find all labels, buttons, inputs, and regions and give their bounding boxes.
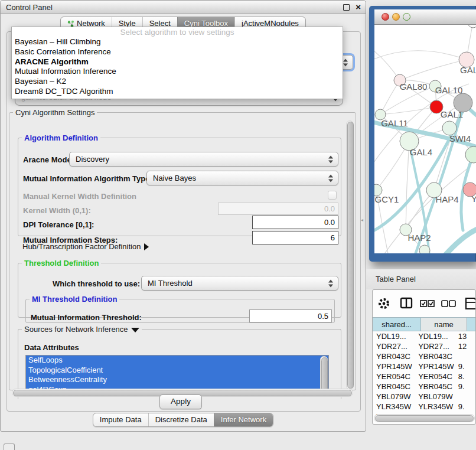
table-row[interactable]: YBR043CYBR043C xyxy=(373,351,475,361)
table-cell[interactable]: YBR043C xyxy=(415,351,455,361)
dropdown-item-dream8-dc-tdc-algorithm[interactable]: Dream8 DC_TDC Algorithm xyxy=(12,87,343,97)
network-node-label-gal4: GAL4 xyxy=(410,147,432,157)
corner-widget[interactable] xyxy=(4,444,15,450)
column-header-2[interactable] xyxy=(467,317,476,331)
dropdown-item-bayesian-k2[interactable]: Bayesian – K2 xyxy=(12,77,343,87)
table-cell[interactable]: YER054C xyxy=(373,371,415,381)
column-header-name[interactable]: name xyxy=(421,317,467,331)
table-cell[interactable]: YLR345W xyxy=(415,402,455,412)
dpi-tolerance-input[interactable] xyxy=(252,216,338,229)
data-attributes-label: Data Attributes xyxy=(24,343,79,352)
control-panel-titlebar[interactable]: Control Panel × xyxy=(1,1,366,14)
table-cell[interactable]: 9. xyxy=(455,361,475,371)
table-cell[interactable]: YPR145W xyxy=(415,361,455,371)
attribute-item-betweennesscentrality[interactable]: BetweennessCentrality xyxy=(26,375,328,385)
table-cell[interactable]: YPR145W xyxy=(373,361,415,371)
table-cell[interactable] xyxy=(455,392,475,402)
control-panel-window: Control Panel × NetworkStyleSelectCyni T… xyxy=(0,0,366,432)
aracne-mode-combo[interactable]: Discovery xyxy=(69,152,338,167)
columns-icon[interactable] xyxy=(400,297,413,309)
table-cell[interactable]: YBR043C xyxy=(373,351,415,361)
float-window-icon[interactable] xyxy=(343,4,350,11)
zoom-traffic-light[interactable] xyxy=(403,13,410,21)
table-cell[interactable]: 9. xyxy=(455,381,475,392)
table-cell[interactable]: YDL19... xyxy=(415,331,455,341)
table-horizontal-scrollbar[interactable] xyxy=(374,414,475,422)
combo-arrows-icon xyxy=(328,279,333,287)
table-cell[interactable]: YBL079W xyxy=(373,392,415,402)
table-cell[interactable]: YBL079W xyxy=(415,392,455,402)
network-node-label-gal10: GAL10 xyxy=(435,85,463,95)
scrollbar-thumb[interactable] xyxy=(347,122,354,389)
table-row[interactable]: YBR045CYBR045C9. xyxy=(373,381,475,392)
table-cell[interactable]: 12 xyxy=(455,341,475,351)
table-row[interactable]: YLR345WYLR345W9. xyxy=(373,402,475,412)
dropdown-item-aracne-algorithm[interactable]: ARACNE Algorithm xyxy=(12,57,343,67)
mi-threshold-input[interactable] xyxy=(249,309,332,322)
mi-type-combo[interactable]: Naive Bayes xyxy=(146,171,338,185)
table-cell[interactable]: YBR045C xyxy=(373,381,415,392)
network-node-label-gal11: GAL11 xyxy=(381,118,408,128)
table-cell[interactable] xyxy=(455,351,475,361)
table-cell[interactable]: 9. xyxy=(455,402,475,412)
table-row[interactable]: YDL19...YDL19...13 xyxy=(373,331,475,341)
algorithm-definition-legend: Algorithm Definition xyxy=(22,133,100,142)
hub-definition-toggle[interactable]: Hub/Transcription Factor Definition xyxy=(22,242,149,251)
panel-splitter-handle[interactable]: ◂ xyxy=(361,217,366,223)
network-window-titlebar[interactable] xyxy=(374,9,476,25)
settings-vertical-scrollbar[interactable] xyxy=(346,120,354,390)
tab-label: Discretize Data xyxy=(155,413,207,426)
network-node-label-hap4: HAP4 xyxy=(435,194,458,204)
network-node-bottom-green[interactable] xyxy=(419,245,430,253)
dropdown-item-bayesian-hill-climbing[interactable]: Bayesian – Hill Climbing xyxy=(12,37,343,47)
table-row[interactable]: YDR27...YDR27...12 xyxy=(373,341,475,351)
sources-legend[interactable]: Sources for Network Inference xyxy=(22,325,142,334)
table-row[interactable]: YBL079WYBL079W xyxy=(373,392,475,402)
close-traffic-light[interactable] xyxy=(382,13,389,21)
select-all-checkboxes-icon[interactable] xyxy=(420,299,435,308)
deselect-all-checkboxes-icon[interactable] xyxy=(441,299,457,308)
window-title: Control Panel xyxy=(6,3,53,12)
sources-legend-text: Sources for Network Inference xyxy=(24,325,128,334)
kernel-width-input[interactable] xyxy=(218,203,338,215)
which-threshold-combo[interactable]: MI Threshold xyxy=(141,276,338,291)
mi-threshold-label: Mutual Information Threshold: xyxy=(31,313,142,322)
tab-impute-data[interactable]: Impute Data xyxy=(93,413,148,426)
table-cell[interactable]: YLR345W xyxy=(373,402,415,412)
table-cell[interactable]: YDR27... xyxy=(415,341,455,351)
table-cell[interactable]: YDL19... xyxy=(373,331,415,341)
tab-discretize-data[interactable]: Discretize Data xyxy=(148,413,214,426)
network-node-top-partial[interactable] xyxy=(468,25,476,28)
column-header-shared[interactable]: shared... xyxy=(373,317,421,331)
dropdown-item-mutual-information-inference[interactable]: Mutual Information Inference xyxy=(12,67,343,77)
dropdown-item-basic-correlation-inference[interactable]: Basic Correlation Inference xyxy=(12,47,343,57)
table-row[interactable]: YPR145WYPR145W9. xyxy=(373,361,475,371)
table-cell[interactable]: YER054C xyxy=(415,371,455,381)
attribute-item-topologicalcoefficient[interactable]: TopologicalCoefficient xyxy=(26,366,328,376)
network-node-label-gal80: GAL80 xyxy=(400,81,428,92)
tab-infer-network[interactable]: Infer Network xyxy=(214,413,273,426)
apply-button[interactable]: Apply xyxy=(159,394,202,409)
table-cell[interactable]: YDR27... xyxy=(373,341,415,351)
network-node-gray-node[interactable] xyxy=(454,93,472,112)
table-cell[interactable]: 8. xyxy=(455,371,475,381)
table-cell[interactable]: 13 xyxy=(455,331,475,341)
minimize-traffic-light[interactable] xyxy=(392,13,400,21)
network-node-right-green[interactable] xyxy=(465,146,476,163)
table-cell[interactable]: YBR045C xyxy=(415,381,455,392)
network-edge-highlighted xyxy=(444,227,476,253)
network-view-window[interactable]: GALGAL80GAL10GAL1GAL11SWI4GAL4GCY1HAP4YH… xyxy=(369,6,476,262)
attribute-item-selfloops[interactable]: SelfLoops xyxy=(26,356,328,366)
gear-icon[interactable] xyxy=(377,297,390,310)
mi-threshold-group: MI Threshold Definition Mutual Informati… xyxy=(25,295,335,323)
export-table-icon[interactable] xyxy=(465,297,476,310)
scrollbar-thumb[interactable] xyxy=(375,415,474,422)
network-edge xyxy=(400,60,467,80)
close-icon[interactable]: × xyxy=(356,2,361,12)
network-node-label-swi4: SWI4 xyxy=(449,133,471,144)
mi-type-label: Mutual Information Algorithm Type: xyxy=(23,174,152,183)
network-canvas[interactable]: GALGAL80GAL10GAL1GAL11SWI4GAL4GCY1HAP4YH… xyxy=(374,25,476,253)
table-row[interactable]: YER054CYER054C8. xyxy=(373,371,475,381)
mi-steps-input[interactable] xyxy=(252,231,338,244)
manual-kernel-checkbox[interactable] xyxy=(328,191,337,200)
